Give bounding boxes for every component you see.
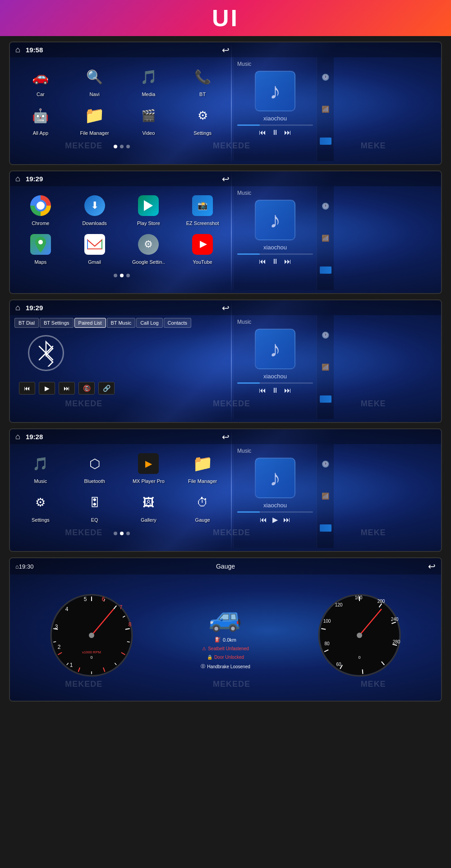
app-grid-2: Chrome ⬇ Downloads xyxy=(10,186,233,271)
sidebar-clock-2[interactable]: 🕐 xyxy=(322,202,329,210)
app-gmail-label: Gmail xyxy=(88,259,101,265)
gauge-back-btn[interactable]: ↩ xyxy=(428,561,436,572)
music-prev-1[interactable]: ⏮ xyxy=(259,129,266,137)
app-music[interactable]: 🎵 Music xyxy=(14,449,67,486)
music-next-2[interactable]: ⏭ xyxy=(284,257,291,266)
music-progress-2[interactable] xyxy=(237,253,313,255)
dot-4-2[interactable] xyxy=(120,532,124,535)
music-play-3[interactable]: ⏸ xyxy=(272,386,279,395)
app-navi[interactable]: 🔍 Navi xyxy=(69,62,121,99)
sidebar-signal-4[interactable]: 📶 xyxy=(322,492,329,500)
bt-ctrl-next[interactable]: ⏭ xyxy=(59,382,75,395)
sidebar-blue-btn-3[interactable] xyxy=(320,395,331,403)
bt-ctrl-prev[interactable]: ⏮ xyxy=(19,382,35,395)
sidebar-clock-4[interactable]: 🕐 xyxy=(322,460,329,468)
app-settings[interactable]: ⚙ Settings xyxy=(176,101,229,138)
app-gmail[interactable]: Gmail xyxy=(69,230,121,266)
dot-1-3[interactable] xyxy=(126,145,130,148)
music-title-1: xiaochou xyxy=(263,115,287,122)
app-allapp[interactable]: 🤖 All App xyxy=(14,101,67,138)
gsettings-icon-wrap: ⚙ xyxy=(135,231,161,257)
app-bt[interactable]: 📞 BT xyxy=(176,62,229,99)
sidebar-clock-3[interactable]: 🕐 xyxy=(322,331,329,339)
settings2-icon: ⚙ xyxy=(35,496,46,510)
bt-tab-calllog[interactable]: Call Log xyxy=(136,318,162,328)
home-icon-2[interactable]: ⌂ xyxy=(15,174,20,184)
sidebar-signal-3[interactable]: 📶 xyxy=(322,363,329,371)
dot-4-1[interactable] xyxy=(114,532,117,535)
music-progress-1[interactable] xyxy=(237,124,313,126)
sidebar-blue-btn[interactable] xyxy=(320,138,331,145)
back-arrow-2[interactable]: ↩ xyxy=(222,174,230,184)
dot-2-3[interactable] xyxy=(126,274,130,277)
svg-text:7: 7 xyxy=(120,604,123,611)
app-maps[interactable]: Maps xyxy=(14,230,67,266)
screen3-bt: BT Dial BT Settings Paired List BT Music… xyxy=(10,315,233,419)
home-icon-3[interactable]: ⌂ xyxy=(15,303,20,312)
app-gsettings[interactable]: ⚙ Google Settin.. xyxy=(123,230,175,266)
app-settings2[interactable]: ⚙ Settings xyxy=(14,487,67,524)
music-progress-3[interactable] xyxy=(237,382,313,384)
bt-tab-music[interactable]: BT Music xyxy=(107,318,136,328)
app-ez[interactable]: 📸 EZ Screenshot xyxy=(176,191,229,228)
music-next-4[interactable]: ⏭ xyxy=(283,516,290,524)
sidebar-signal-2[interactable]: 📶 xyxy=(322,234,329,242)
bt-ctrl-phone[interactable]: 📵 xyxy=(78,382,95,395)
music-play-4[interactable]: ▶ xyxy=(272,515,278,524)
sidebar-signal-icon[interactable]: 📶 xyxy=(322,106,329,113)
app-grid-1: 🚗 Car 🔍 Navi 🎵 Media xyxy=(10,57,233,142)
music-next-3[interactable]: ⏭ xyxy=(284,386,291,395)
bt-tab-settings[interactable]: BT Settings xyxy=(40,318,74,328)
home-icon-1[interactable]: ⌂ xyxy=(15,45,20,55)
app-chrome[interactable]: Chrome xyxy=(14,191,67,228)
bt-ctrl-link[interactable]: 🔗 xyxy=(98,382,115,395)
app-gallery[interactable]: 🖼 Gallery xyxy=(123,487,175,524)
car-icon: 🚗 xyxy=(32,69,49,85)
app-downloads[interactable]: ⬇ Downloads xyxy=(69,191,121,228)
bluetooth-app-icon: ⬡ xyxy=(89,456,100,471)
app-car[interactable]: 🚗 Car xyxy=(14,62,67,99)
music-next-1[interactable]: ⏭ xyxy=(284,129,291,137)
gauge-screen-title: Gauge xyxy=(216,563,235,570)
dot-4-3[interactable] xyxy=(126,532,130,535)
home-icon-4[interactable]: ⌂ xyxy=(15,432,20,441)
sidebar-clock-icon[interactable]: 🕐 xyxy=(322,73,329,81)
home-icon-5[interactable]: ⌂ xyxy=(15,563,19,570)
app-mxplayer-label: MX Player Pro xyxy=(133,478,165,484)
app-mxplayer[interactable]: ▶ MX Player Pro xyxy=(123,449,175,486)
app-media[interactable]: 🎵 Media xyxy=(123,62,175,99)
app-gauge[interactable]: ⏱ Gauge xyxy=(176,487,229,524)
dot-1-2[interactable] xyxy=(120,145,124,148)
bt-tab-dial[interactable]: BT Dial xyxy=(14,318,39,328)
bt-tab-contacts[interactable]: Contacts xyxy=(164,318,191,328)
app-youtube[interactable]: YouTube xyxy=(176,230,229,266)
music-play-2[interactable]: ⏸ xyxy=(272,257,279,266)
app-bluetooth-label: Bluetooth xyxy=(84,478,105,484)
sidebar-blue-btn-2[interactable] xyxy=(320,266,331,274)
back-arrow-4[interactable]: ↩ xyxy=(222,432,230,442)
bt-ctrl-play[interactable]: ▶ xyxy=(39,382,55,395)
bt-tab-paired[interactable]: Paired List xyxy=(74,318,106,328)
sidebar-blue-btn-4[interactable] xyxy=(320,524,331,532)
navi-icon-wrap: 🔍 xyxy=(82,64,108,90)
music-prev-3[interactable]: ⏮ xyxy=(259,386,266,395)
music-prev-2[interactable]: ⏮ xyxy=(259,257,266,266)
handbrake-icon: ⓪ xyxy=(201,663,205,670)
back-arrow-3[interactable]: ↩ xyxy=(222,303,230,313)
music-prev-4[interactable]: ⏮ xyxy=(260,516,267,524)
dot-1-1[interactable] xyxy=(114,145,117,148)
dot-2-2[interactable] xyxy=(120,274,124,277)
music-label-1: Music xyxy=(237,61,251,67)
app-eq[interactable]: 🎛 EQ xyxy=(69,487,121,524)
app-filemanager2[interactable]: 📁 File Manager xyxy=(176,449,229,486)
dot-2-1[interactable] xyxy=(114,274,117,277)
music-title-3: xiaochou xyxy=(263,373,287,380)
music-play-1[interactable]: ⏸ xyxy=(272,129,279,137)
svg-text:100: 100 xyxy=(323,619,331,624)
music-progress-4[interactable] xyxy=(237,511,313,513)
app-playstore[interactable]: Play Store xyxy=(123,191,175,228)
back-arrow-1[interactable]: ↩ xyxy=(222,45,230,55)
app-filemanager[interactable]: 📁 File Manager xyxy=(69,101,121,138)
app-bluetooth[interactable]: ⬡ Bluetooth xyxy=(69,449,121,486)
app-video[interactable]: 🎬 Video xyxy=(123,101,175,138)
